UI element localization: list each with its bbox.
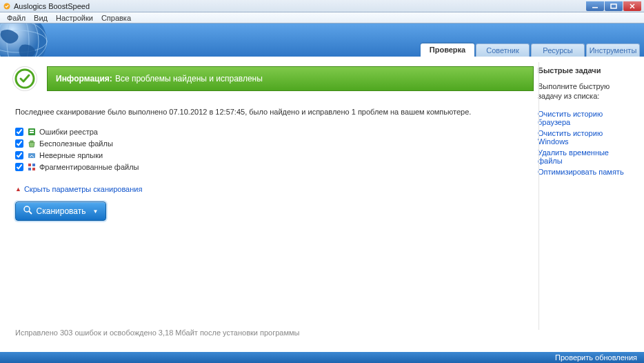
tab-tools[interactable]: Инструменты — [586, 43, 640, 57]
svg-rect-13 — [30, 132, 34, 133]
dropdown-arrow-icon: ▼ — [93, 208, 99, 215]
svg-rect-14 — [30, 141, 33, 142]
svg-rect-17 — [32, 164, 35, 166]
scan-button-label: Сканировать — [37, 206, 86, 216]
check-updates-link[interactable]: Проверить обновления — [555, 353, 637, 362]
titlebar: Auslogics BoostSpeed — [0, 0, 644, 12]
svg-rect-16 — [28, 164, 31, 166]
scan-options-list: Ошибки реестра Бесполезные файлы Неверны… — [15, 126, 534, 173]
tab-resources[interactable]: Ресурсы — [531, 43, 585, 57]
svg-rect-18 — [28, 168, 31, 170]
magnifier-icon — [23, 206, 32, 217]
vertical-divider — [539, 62, 539, 330]
link-clear-browser-history[interactable]: Очистить историю браузера — [538, 110, 632, 126]
scan-button[interactable]: Сканировать ▼ — [15, 202, 106, 221]
header-banner: Проверка системы Советник Ресурсы Инстру… — [0, 23, 644, 57]
check-label: Ошибки реестра — [39, 128, 98, 136]
svg-rect-2 — [611, 4, 616, 8]
check-label: Неверные ярлыки — [39, 151, 103, 159]
info-bar: Информация: Все проблемы найдены и испра… — [47, 66, 534, 91]
svg-rect-19 — [32, 168, 35, 170]
check-broken-shortcuts: Неверные ярлыки — [15, 149, 534, 161]
svg-rect-12 — [30, 130, 34, 131]
checkbox-shortcuts[interactable] — [15, 151, 23, 159]
statusbar: Проверить обновления — [0, 352, 644, 363]
footer-summary-text: Исправлено 303 ошибок и освобождено 3,18… — [15, 328, 299, 337]
link-optimize-memory[interactable]: Оптимизировать память — [538, 168, 632, 176]
tab-bar: Проверка системы Советник Ресурсы Инстру… — [421, 43, 640, 57]
globe-icon — [0, 23, 63, 57]
menubar: Файл Вид Настройки Справка — [0, 12, 644, 23]
window-controls — [585, 1, 641, 11]
sidebar-subtitle: Выполните быструю задачу из списка: — [538, 81, 632, 101]
check-label: Бесполезные файлы — [39, 139, 113, 148]
collapse-arrow-icon: ▲ — [15, 186, 21, 193]
frag-icon — [28, 163, 36, 171]
junk-icon — [28, 139, 36, 148]
toggle-scan-params-link[interactable]: ▲ Скрыть параметры сканирования — [15, 185, 534, 193]
info-title: Информация: — [56, 74, 112, 84]
check-registry-errors: Ошибки реестра — [15, 126, 534, 137]
check-junk-files: Бесполезные файлы — [15, 137, 534, 149]
link-clear-windows-history[interactable]: Очистить историю Windows — [538, 129, 632, 146]
toggle-label: Скрыть параметры сканирования — [24, 185, 143, 193]
menu-settings[interactable]: Настройки — [52, 14, 97, 22]
registry-icon — [28, 128, 36, 136]
checkbox-junk[interactable] — [15, 139, 23, 148]
link-delete-temp-files[interactable]: Удалить временные файлы — [538, 148, 632, 165]
minimize-button[interactable] — [586, 1, 604, 11]
menu-view[interactable]: Вид — [30, 14, 52, 22]
checkbox-frag[interactable] — [15, 163, 23, 171]
svg-point-20 — [24, 206, 30, 212]
success-check-icon — [12, 66, 37, 91]
svg-line-21 — [29, 211, 32, 214]
check-label: Фрагментированные файлы — [39, 163, 139, 171]
sidebar-quick-tasks: Быстрые задачи Выполните быструю задачу … — [538, 66, 632, 335]
sidebar-heading: Быстрые задачи — [538, 66, 632, 75]
content-area: Информация: Все проблемы найдены и испра… — [0, 57, 644, 342]
maximize-button[interactable] — [605, 1, 623, 11]
menu-file[interactable]: Файл — [3, 14, 30, 22]
close-button[interactable] — [623, 1, 641, 11]
tab-system-check[interactable]: Проверка системы — [421, 43, 474, 57]
app-icon — [3, 2, 11, 10]
menu-help[interactable]: Справка — [97, 14, 135, 22]
scan-summary-text: Последнее сканирование было выполнено 07… — [15, 108, 534, 116]
tab-advisor[interactable]: Советник — [476, 43, 530, 57]
window-title: Auslogics BoostSpeed — [14, 2, 585, 10]
info-message: Все проблемы найдены и исправлены — [115, 74, 263, 84]
shortcut-icon — [28, 151, 36, 159]
check-fragmented-files: Фрагментированные файлы — [15, 161, 534, 173]
checkbox-registry[interactable] — [15, 128, 23, 136]
main-panel: Информация: Все проблемы найдены и испра… — [12, 66, 534, 335]
